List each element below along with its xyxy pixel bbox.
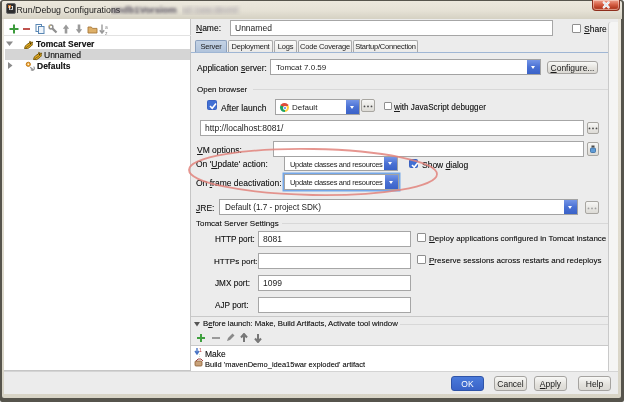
svg-text::: :: [199, 352, 200, 357]
